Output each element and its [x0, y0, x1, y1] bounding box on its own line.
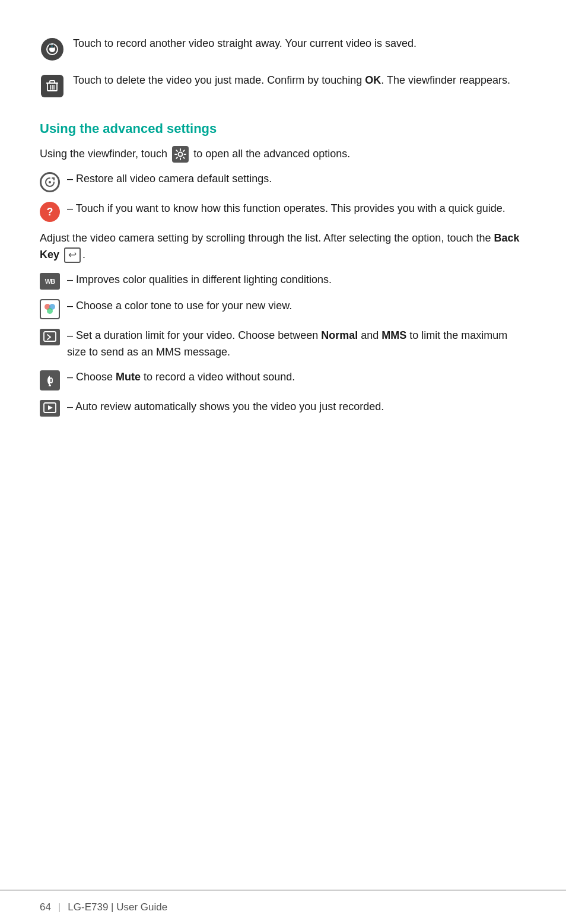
duration-mms-bold: MMS — [381, 329, 406, 341]
bullet-item-trash: Touch to delete the video you just made.… — [40, 72, 526, 99]
row-text-duration: – Set a duration limit for your video. C… — [67, 328, 526, 361]
svg-rect-5 — [50, 81, 55, 83]
page-content: 📷 Touch to record another video straight… — [0, 0, 566, 472]
row-item-autoview: – Auto review automatically shows you th… — [40, 399, 526, 417]
record-again-icon: 📷 — [40, 37, 65, 62]
row-item-color-effect: – Choose a color tone to use for your ne… — [40, 298, 526, 319]
row-text-wb: – Improves color qualities in different … — [67, 272, 526, 288]
footer-guide-label: LG-E739 | User Guide — [68, 901, 167, 913]
intro-text-suffix: to open all the advanced options. — [193, 148, 350, 160]
svg-rect-15 — [50, 378, 52, 383]
row-item-wb: WB – Improves color qualities in differe… — [40, 272, 526, 290]
svg-point-10 — [49, 181, 51, 183]
duration-icon — [40, 329, 60, 345]
trash-text-suffix: . The viewfinder reappears. — [381, 74, 510, 86]
row-item-duration: – Set a duration limit for your video. C… — [40, 328, 526, 361]
row-text-restore: – Restore all video camera default setti… — [67, 171, 526, 188]
mute-text-suffix: to record a video without sound. — [141, 371, 295, 383]
row-text-question: – Touch if you want to know how this fun… — [67, 201, 526, 217]
bullet-text-trash: Touch to delete the video you just made.… — [73, 72, 526, 89]
mute-icon — [40, 370, 60, 390]
svg-point-13 — [47, 308, 53, 314]
svg-point-9 — [179, 153, 183, 157]
bullet-text-record: Touch to record another video straight a… — [73, 36, 526, 52]
row-text-autoview: – Auto review automatically shows you th… — [67, 399, 526, 415]
advanced-settings-heading: Using the advanced settings — [40, 121, 526, 136]
autoview-icon — [40, 400, 60, 417]
trash-ok-bold: OK — [365, 74, 381, 86]
back-key-prefix: Adjust the video camera setting by scrol… — [40, 232, 494, 244]
mute-bold: Mute — [116, 371, 141, 383]
row-text-mute: – Choose Mute to record a video without … — [67, 369, 526, 386]
svg-text:📷: 📷 — [49, 43, 55, 48]
settings-gear-inline-icon — [172, 146, 189, 163]
duration-text-mid: and — [358, 329, 381, 341]
svg-marker-19 — [48, 405, 53, 410]
intro-text-prefix: Using the viewfinder, touch — [40, 148, 170, 160]
row-text-color-effect: – Choose a color tone to use for your ne… — [67, 298, 526, 315]
row-item-restore: – Restore all video camera default setti… — [40, 171, 526, 192]
page-footer: 64 | LG-E739 | User Guide — [0, 890, 566, 924]
duration-normal-bold: Normal — [321, 329, 358, 341]
bullet-item-record: 📷 Touch to record another video straight… — [40, 36, 526, 62]
page-number: 64 — [40, 901, 51, 913]
advanced-intro-para: Using the viewfinder, touch to open all … — [40, 146, 526, 163]
question-icon: ? — [40, 202, 60, 222]
back-key-para: Adjust the video camera setting by scrol… — [40, 230, 526, 263]
row-item-question: ? – Touch if you want to know how this f… — [40, 201, 526, 222]
wb-icon: WB — [40, 273, 60, 290]
trash-icon — [40, 74, 65, 99]
restore-icon — [40, 172, 60, 192]
back-key-icon: ↩ — [64, 247, 81, 263]
color-effect-icon — [40, 299, 60, 319]
row-item-mute: – Choose Mute to record a video without … — [40, 369, 526, 390]
trash-text-prefix: Touch to delete the video you just made.… — [73, 74, 365, 86]
duration-text-prefix: – Set a duration limit for your video. C… — [67, 329, 321, 341]
mute-text-prefix: – Choose — [67, 371, 116, 383]
